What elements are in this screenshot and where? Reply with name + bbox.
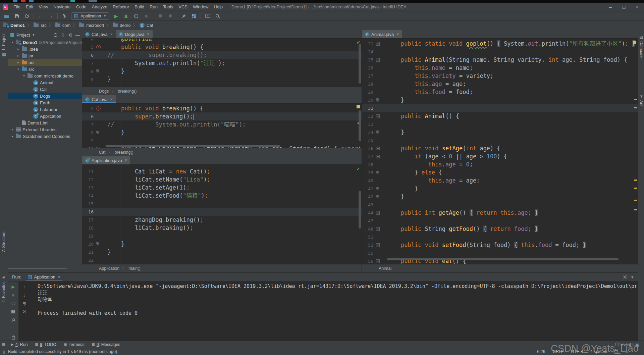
search-everywhere-icon[interactable] — [214, 13, 221, 19]
tool-window-button-0-messages[interactable]: ☰0: Messages — [88, 342, 124, 347]
profiler-icon[interactable] — [167, 13, 173, 19]
tree-item-src[interactable]: ▾src — [8, 66, 82, 72]
editor-breadcrumb-item[interactable]: breaking() — [118, 89, 137, 94]
fold-collapse-icon[interactable]: − — [376, 114, 380, 118]
run-configuration-select[interactable]: Application ▼ — [71, 12, 109, 20]
tool-window-switcher-icon[interactable]: ▦ — [0, 342, 7, 347]
open-folder-icon[interactable] — [3, 13, 10, 19]
editor-tab-animal-java[interactable]: CAnimal.java× — [362, 30, 402, 38]
run-console-output[interactable]: D:\Software\Java\JDK9.0.4\bin\java.exe "… — [38, 283, 637, 341]
close-icon[interactable]: × — [125, 158, 127, 163]
menu-code[interactable]: Code — [73, 4, 89, 9]
menu-view[interactable]: View — [36, 4, 51, 9]
run-tab-application[interactable]: Application × — [26, 273, 62, 281]
tree-toggle-icon[interactable]: ▾ — [11, 41, 14, 44]
trash-icon[interactable] — [11, 335, 16, 340]
close-icon[interactable]: × — [396, 32, 399, 37]
tree-item-com-microsoft-demo[interactable]: ▾com.microsoft.demo — [8, 72, 82, 79]
menu-window[interactable]: Window — [190, 4, 211, 9]
hector-icon[interactable]: ☺ — [625, 350, 629, 354]
tool-window-button-structure[interactable]: 7: Structure — [1, 232, 6, 252]
breadcrumb-item-demo[interactable]: demo — [113, 23, 131, 28]
editor-hscrollbar[interactable] — [106, 145, 280, 147]
fold-end-icon[interactable] — [376, 187, 379, 190]
tool-window-button-terminal[interactable]: ▣Terminal — [60, 342, 88, 347]
editor-vscrollbar[interactable] — [359, 44, 361, 84]
tree-item-cat[interactable]: CCat — [8, 86, 82, 93]
menu-vcs[interactable]: VCS — [176, 4, 190, 9]
tree-item-demo1-iml[interactable]: Demo1.iml — [8, 119, 82, 126]
breadcrumb-item-demo1[interactable]: Demo1 — [3, 23, 25, 28]
editor-application[interactable]: 1011 Cat liCat = new Cat();12 liCat.setN… — [82, 165, 362, 264]
fold-collapse-icon[interactable]: − — [376, 147, 380, 150]
editor-breadcrumb-item[interactable]: breaking() — [114, 150, 133, 155]
tree-item-out[interactable]: ▸out — [8, 59, 82, 66]
dump-threads-icon[interactable] — [11, 309, 16, 314]
tree-item-animal[interactable]: CAnimal — [8, 79, 82, 86]
tool-window-button-ant[interactable]: ✳ Ant — [639, 94, 644, 106]
breadcrumb-item-cat[interactable]: CCat — [140, 23, 153, 28]
tree-item-labrador[interactable]: CLabrador — [8, 106, 82, 113]
fold-expand-icon[interactable]: + — [376, 227, 380, 231]
menu-run[interactable]: Run — [147, 4, 160, 9]
read-only-lock-icon[interactable] — [614, 350, 618, 353]
fold-end-icon[interactable] — [96, 242, 99, 246]
editor-vscrollbar[interactable] — [359, 110, 361, 141]
tool-window-button-favorites[interactable]: 2: Favorites ★ — [1, 275, 6, 303]
stop-button[interactable]: ■ — [11, 292, 16, 298]
attach-debugger-icon[interactable] — [157, 13, 163, 19]
rerun-button[interactable]: ▶ — [11, 284, 16, 289]
coverage-button[interactable] — [133, 13, 140, 19]
close-icon[interactable]: × — [147, 32, 150, 37]
menu-analyze[interactable]: Analyze — [89, 4, 110, 9]
editor-breadcrumb-item[interactable]: Application — [99, 266, 119, 271]
fold-end-icon[interactable] — [376, 171, 379, 174]
editor-breadcrumb-item[interactable]: Cat — [99, 150, 105, 155]
tool-window-button-6-todo[interactable]: ☰6: TODO — [32, 342, 60, 347]
fold-collapse-icon[interactable]: − — [96, 147, 100, 148]
collapse-panel-icon[interactable]: ▾ — [631, 275, 633, 280]
down-stack-icon[interactable]: ↓ — [21, 292, 27, 298]
breadcrumb-item-src[interactable]: src — [34, 23, 46, 28]
tree-item-scratches-and-consoles[interactable]: ▸Scratches and Consoles — [8, 133, 82, 140]
editor-tab-application-java[interactable]: CApplication.java× — [82, 156, 130, 164]
settings-gear-icon[interactable] — [68, 33, 72, 37]
menu-help[interactable]: Help — [211, 4, 225, 9]
scroll-to-end-icon[interactable] — [21, 309, 27, 314]
stop-button[interactable]: ■ — [143, 13, 150, 19]
editor-animal[interactable]: 21+ public static void goplot() { System… — [362, 39, 638, 264]
pin-icon[interactable] — [11, 317, 16, 323]
override-gutter-icon[interactable]: ↑ — [96, 106, 101, 111]
fold-expand-icon[interactable]: + — [376, 211, 380, 215]
fold-end-icon[interactable] — [376, 131, 379, 134]
sync-icon[interactable] — [23, 13, 30, 19]
minimize-button[interactable]: – — [604, 4, 617, 10]
restart-icon[interactable] — [11, 301, 16, 306]
maximize-button[interactable]: □ — [617, 4, 631, 10]
editor-dogs[interactable]: 4 @Override5↑ public void breaking() {6/… — [82, 39, 362, 87]
line-ending[interactable]: CRLF — [553, 349, 564, 354]
build-hammer-icon[interactable] — [61, 13, 68, 19]
tree-item-application[interactable]: CApplication — [8, 113, 82, 119]
tool-window-button-4-run[interactable]: ▶4: Run — [7, 342, 32, 347]
tree-item--idea[interactable]: ▸.idea — [8, 46, 82, 52]
breadcrumb-item-microsoft[interactable]: microsoft — [79, 23, 104, 28]
project-structure-icon[interactable] — [191, 13, 197, 19]
tree-item-earth[interactable]: CEarth — [8, 99, 82, 106]
run-button[interactable]: ▶ — [113, 13, 119, 19]
editor-breadcrumb-item[interactable]: main() — [128, 266, 140, 271]
tree-toggle-icon[interactable]: ▸ — [16, 47, 20, 51]
close-icon[interactable]: × — [58, 275, 60, 280]
menu-navigate[interactable]: Navigate — [51, 4, 73, 9]
tree-toggle-icon[interactable]: ▾ — [22, 74, 26, 78]
status-panel-icon[interactable]: ▯ — [0, 350, 8, 354]
fold-end-icon[interactable] — [376, 195, 379, 198]
menu-tools[interactable]: Tools — [160, 4, 176, 9]
editor-tab-dogs-java[interactable]: CDogs.java× — [116, 30, 153, 38]
caret-position[interactable]: 6:26 — [537, 349, 545, 354]
debug-button[interactable] — [123, 13, 129, 19]
tree-toggle-icon[interactable]: ▸ — [11, 135, 14, 138]
fold-collapse-icon[interactable]: − — [376, 58, 380, 62]
override-gutter-icon[interactable]: ↑ — [96, 45, 101, 49]
tree-toggle-icon[interactable]: ▸ — [16, 54, 20, 57]
